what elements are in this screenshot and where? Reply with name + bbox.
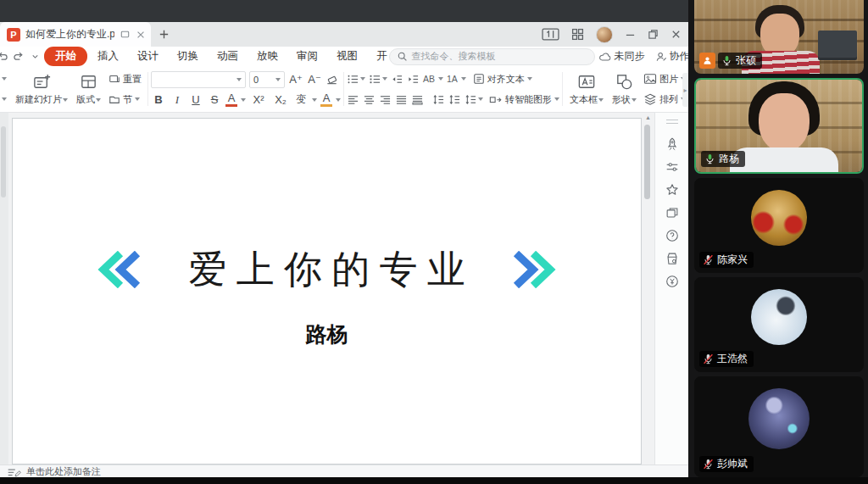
- apps-grid-icon[interactable]: [571, 28, 584, 41]
- document-tab[interactable]: P 如何爱上你的专业.pptx: [0, 22, 151, 47]
- tab-review[interactable]: 审阅: [288, 47, 326, 65]
- participant-tile[interactable]: 彭帅斌: [694, 376, 864, 477]
- tab-home[interactable]: 开始: [44, 47, 87, 66]
- font-size-select[interactable]: 0: [249, 71, 285, 88]
- participant-tile[interactable]: 张硕: [694, 0, 864, 74]
- account-avatar[interactable]: [596, 26, 613, 43]
- font-color-button[interactable]: A: [225, 92, 237, 107]
- reset-button[interactable]: 重置: [108, 73, 142, 86]
- slide-title-text[interactable]: 爱上你的专业: [188, 244, 475, 295]
- participant-avatar: [751, 289, 807, 345]
- participant-tile[interactable]: 陈家兴: [694, 178, 864, 273]
- picture-icon: [643, 73, 657, 85]
- panel-drag-handle[interactable]: [1, 126, 6, 197]
- superscript-button[interactable]: X²: [249, 93, 268, 106]
- picture-button[interactable]: 图片: [643, 73, 686, 86]
- slide-author-text[interactable]: 路杨: [13, 320, 641, 348]
- tab-transition[interactable]: 切换: [169, 47, 207, 65]
- effects-star-icon[interactable]: [665, 178, 680, 201]
- align-justify-icon[interactable]: [395, 94, 408, 105]
- canvas-scrollbar[interactable]: ▲: [643, 114, 652, 462]
- line-spacing-2-icon[interactable]: [448, 94, 461, 105]
- tab-animation[interactable]: 动画: [209, 47, 247, 65]
- template-store-icon[interactable]: [665, 247, 680, 270]
- font-name-select[interactable]: [151, 71, 246, 88]
- properties-sliders-icon[interactable]: [665, 155, 680, 178]
- char-width-caret[interactable]: [438, 77, 443, 81]
- restore-button[interactable]: [648, 29, 659, 40]
- tab-insert[interactable]: 插入: [89, 47, 127, 65]
- quick-tools-rocket-icon[interactable]: [665, 132, 680, 155]
- sync-status-button[interactable]: 未同步: [595, 49, 648, 64]
- scroll-up-arrow[interactable]: ▲: [645, 114, 651, 120]
- shape-button[interactable]: 形状: [608, 69, 641, 109]
- line-spacing-3-icon[interactable]: [465, 94, 483, 105]
- clear-format-icon[interactable]: [326, 73, 338, 86]
- text-effect-caret[interactable]: [312, 98, 317, 102]
- align-left-icon[interactable]: [347, 94, 359, 105]
- notes-pen-icon: [7, 466, 22, 477]
- highlight-button[interactable]: A: [320, 92, 332, 107]
- align-right-icon[interactable]: [379, 94, 392, 105]
- help-icon[interactable]: [665, 224, 680, 247]
- underline-button[interactable]: U: [188, 93, 203, 106]
- notes-bar[interactable]: 单击此处添加备注: [0, 465, 688, 477]
- text-effect-button[interactable]: 变: [293, 92, 309, 107]
- increase-font-icon[interactable]: A⁺: [288, 73, 303, 86]
- undo-icon[interactable]: [0, 51, 8, 62]
- line-spacing-1-icon[interactable]: [432, 94, 445, 105]
- reset-icon: [108, 73, 120, 85]
- single-page-view-icon[interactable]: [542, 28, 559, 41]
- side-toolbar-handle[interactable]: [666, 120, 678, 124]
- member-coin-icon[interactable]: [665, 270, 680, 292]
- thumbnail-panel-collapsed[interactable]: [0, 113, 8, 465]
- line-spacing-caret[interactable]: [461, 77, 466, 81]
- char-width-button[interactable]: AB: [423, 74, 435, 84]
- command-search-input[interactable]: 查找命令、搜索模板: [389, 48, 595, 65]
- collaborate-button[interactable]: 协作: [652, 49, 689, 64]
- decrease-indent-icon[interactable]: [391, 74, 403, 85]
- tab-close-icon[interactable]: [136, 30, 146, 40]
- tab-developer-truncated[interactable]: 开: [368, 47, 387, 65]
- smart-graphic-icon: [489, 94, 503, 105]
- tab-design[interactable]: 设计: [129, 47, 167, 65]
- tab-view[interactable]: 视图: [328, 47, 366, 65]
- minimize-button[interactable]: [625, 29, 636, 40]
- tab-slideshow[interactable]: 放映: [248, 47, 287, 65]
- participant-tile[interactable]: 王浩然: [694, 277, 864, 372]
- increase-indent-icon[interactable]: [407, 74, 420, 85]
- redo-icon[interactable]: [14, 51, 25, 62]
- align-center-icon[interactable]: [363, 94, 376, 105]
- text-box-button[interactable]: 文本框: [565, 69, 608, 109]
- line-spacing-button[interactable]: 1A: [447, 74, 458, 84]
- bold-button[interactable]: B: [151, 93, 166, 106]
- italic-button[interactable]: I: [170, 93, 185, 107]
- decrease-font-icon[interactable]: A⁻: [307, 73, 322, 86]
- bullet-list-icon[interactable]: [347, 74, 365, 85]
- layout-button[interactable]: 版式: [72, 69, 105, 109]
- highlight-caret[interactable]: [336, 98, 341, 102]
- font-color-caret[interactable]: [241, 98, 246, 102]
- ribbon-tabs: 开始 插入 设计 切换 动画 放映 审阅 视图 开: [44, 47, 387, 66]
- participant-name: 陈家兴: [717, 253, 748, 267]
- smart-graphic-button[interactable]: 转智能图形: [489, 93, 559, 106]
- pin-icon[interactable]: [120, 29, 131, 40]
- customize-quickbar-icon[interactable]: [31, 52, 40, 61]
- align-distribute-icon[interactable]: [411, 94, 424, 105]
- arrange-button[interactable]: 排列: [643, 93, 686, 106]
- numbered-list-icon[interactable]: [369, 74, 387, 85]
- slide-canvas[interactable]: 爱上你的专业 路杨: [12, 118, 642, 465]
- close-button[interactable]: [670, 29, 682, 40]
- selection-pane-icon[interactable]: [665, 201, 680, 224]
- subscript-button[interactable]: X₂: [271, 93, 290, 106]
- paste-button-clipped[interactable]: [0, 69, 11, 109]
- participant-avatar: [748, 388, 810, 449]
- align-text-button[interactable]: 对齐文本: [473, 73, 532, 86]
- strikethrough-button[interactable]: S: [207, 93, 222, 106]
- new-slide-button[interactable]: 新建幻灯片: [11, 69, 72, 109]
- ribbon-expander[interactable]: ▸: [682, 73, 688, 107]
- section-button[interactable]: 节: [108, 93, 142, 106]
- scrollbar-thumb[interactable]: [644, 125, 650, 199]
- participant-tile-active-speaker[interactable]: 路杨: [694, 78, 864, 174]
- new-tab-button[interactable]: [151, 22, 176, 47]
